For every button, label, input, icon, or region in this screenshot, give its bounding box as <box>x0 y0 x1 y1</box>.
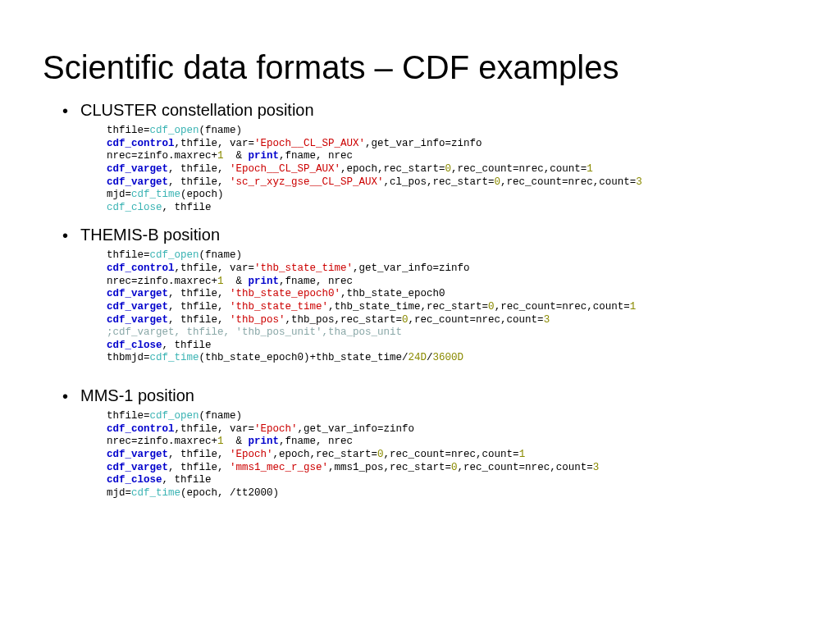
code-text: print <box>249 436 280 447</box>
code-text: thbmjd= <box>107 352 150 363</box>
code-text: cdf_varget <box>107 462 168 473</box>
code-mms: thfile=cdf_open(fname) cdf_control,thfil… <box>107 410 797 500</box>
code-text: ,rec_count=nrec,count= <box>409 314 544 326</box>
bullet-cluster: CLUSTER constellation position <box>80 101 797 120</box>
code-text: mjd= <box>107 487 131 499</box>
code-text: ,thfile, var= <box>175 262 255 274</box>
code-text: , thfile, <box>168 301 230 313</box>
code-text: 0 <box>488 301 495 313</box>
code-themis: thfile=cdf_open(fname) cdf_control,thfil… <box>107 249 797 365</box>
code-text: ,epoch,rec_start= <box>273 449 378 460</box>
code-text: cdf_control <box>107 138 175 149</box>
code-text: ,fname, nrec <box>279 436 353 447</box>
code-text: , thfile, <box>168 176 230 188</box>
code-text: (fname) <box>199 125 243 136</box>
bullet-mms: MMS-1 position <box>80 386 797 405</box>
code-text: ,rec_count=nrec,count= <box>451 163 587 175</box>
code-text: 'Epoch__CL_SP_AUX' <box>230 163 340 175</box>
code-comment: ;cdf_varget, thfile, 'thb_pos_unit',tha_… <box>107 326 402 338</box>
code-text: 'thb_state_time' <box>254 262 353 274</box>
code-text: 'Epoch__CL_SP_AUX' <box>254 138 365 149</box>
code-text: , thfile <box>162 202 212 213</box>
code-text: 0 <box>402 314 409 326</box>
code-text: ,thfile, var= <box>175 423 255 435</box>
code-text: ,thb_state_epoch0 <box>340 288 445 299</box>
code-text: 1 <box>217 436 224 447</box>
code-text: ,rec_count=nrec,count= <box>495 301 630 313</box>
code-text: 0 <box>451 462 458 473</box>
code-text: cdf_varget <box>107 288 168 299</box>
code-text: ,epoch,rec_start= <box>340 163 445 175</box>
code-text: 24D <box>409 352 427 363</box>
code-text: print <box>249 276 280 287</box>
code-text: 1 <box>217 150 224 162</box>
code-text: (fname) <box>199 249 243 261</box>
code-text: cdf_varget <box>107 176 168 188</box>
code-text: 1 <box>519 449 526 460</box>
code-text: cdf_varget <box>107 314 168 326</box>
code-text: , thfile <box>162 474 212 486</box>
code-text: cdf_open <box>150 410 199 422</box>
code-text: 'mms1_mec_r_gse' <box>230 462 328 473</box>
code-text: 3 <box>636 176 642 188</box>
code-text: cdf_time <box>131 487 180 499</box>
code-text: ,fname, nrec <box>279 150 353 162</box>
code-text: , thfile, <box>168 288 230 299</box>
code-text: 3 <box>593 462 600 473</box>
code-text: cdf_close <box>107 202 162 213</box>
code-text: 1 <box>217 276 224 287</box>
code-text: cdf_time <box>131 189 180 200</box>
code-text: 0 <box>445 163 452 175</box>
code-text: (epoch, /tt2000) <box>180 487 279 499</box>
code-cluster: thfile=cdf_open(fname) cdf_control,thfil… <box>107 125 797 214</box>
code-text: , thfile, <box>168 462 230 473</box>
code-text: 1 <box>587 163 593 175</box>
code-text: thfile= <box>107 410 150 422</box>
code-text: (thb_state_epoch0)+thb_state_time/ <box>199 352 409 363</box>
code-text: cdf_close <box>107 474 162 486</box>
code-text: nrec=zinfo.maxrec+ <box>107 276 217 287</box>
code-text: 'sc_r_xyz_gse__CL_SP_AUX' <box>230 176 384 188</box>
code-text: & <box>224 276 249 287</box>
code-text: 'thb_state_time' <box>230 301 328 313</box>
code-text: cdf_close <box>107 340 162 351</box>
code-text: cdf_control <box>107 262 175 274</box>
code-text: ,get_var_info=zinfo <box>353 262 470 274</box>
code-text: ,rec_count=nrec,count= <box>458 462 593 473</box>
code-text: ,thb_state_time,rec_start= <box>328 301 488 313</box>
code-text: , thfile, <box>168 163 230 175</box>
code-text: ,get_var_info=zinfo <box>365 138 482 149</box>
code-text: , thfile <box>162 340 212 351</box>
code-text: ,thfile, var= <box>175 138 255 149</box>
code-text: cdf_open <box>150 249 199 261</box>
code-text: cdf_control <box>107 423 175 435</box>
code-text: ,rec_count=nrec,count= <box>384 449 519 460</box>
code-text: mjd= <box>107 189 131 200</box>
code-text: 0 <box>377 449 384 460</box>
code-text: 3 <box>544 314 550 326</box>
code-text: 1 <box>630 301 637 313</box>
code-text: ,fname, nrec <box>279 276 353 287</box>
code-text: ,mms1_pos,rec_start= <box>328 462 451 473</box>
code-text: (fname) <box>199 410 243 422</box>
page-title: Scientific data formats – CDF examples <box>43 49 797 86</box>
code-text: 3600D <box>433 352 464 363</box>
code-text: & <box>224 436 249 447</box>
code-text: thfile= <box>107 125 150 136</box>
code-text: 'thb_pos' <box>230 314 285 326</box>
code-text: cdf_time <box>150 352 199 363</box>
code-text: (epoch) <box>180 189 224 200</box>
code-text: nrec=zinfo.maxrec+ <box>107 150 217 162</box>
code-text: / <box>427 352 433 363</box>
bullet-themis: THEMIS-B position <box>80 226 797 244</box>
code-text: , thfile, <box>168 314 230 326</box>
code-text: 'thb_state_epoch0' <box>230 288 340 299</box>
code-text: 'Epoch' <box>254 423 298 435</box>
code-text: ,cl_pos,rec_start= <box>384 176 495 188</box>
code-text: 'Epoch' <box>230 449 273 460</box>
code-text: cdf_varget <box>107 449 168 460</box>
code-text: cdf_varget <box>107 301 168 313</box>
code-text: & <box>224 150 249 162</box>
code-text: print <box>249 150 280 162</box>
code-text: ,get_var_info=zinfo <box>298 423 415 435</box>
